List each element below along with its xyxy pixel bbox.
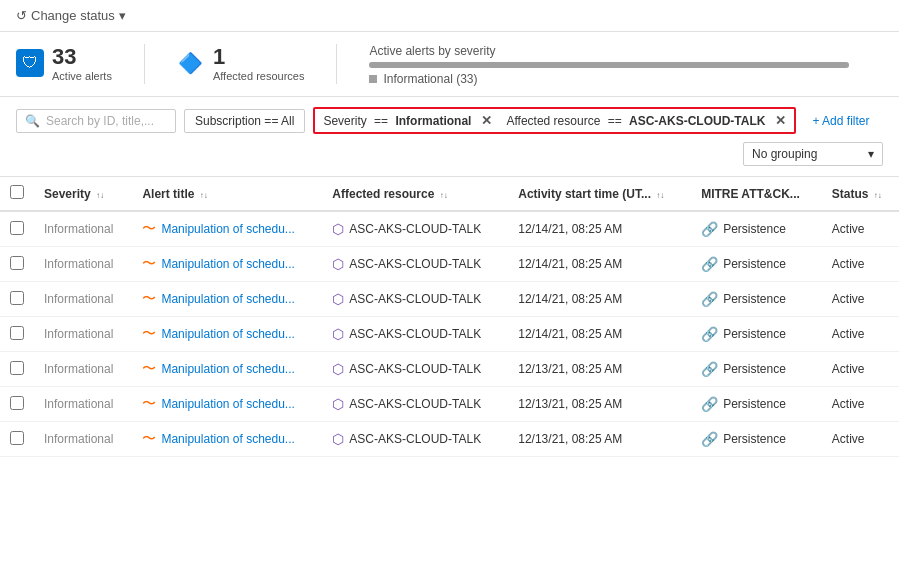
subscription-filter-label: Subscription == All [195, 114, 294, 128]
resource-cell: ⬡ ASC-AKS-CLOUD-TALK [322, 247, 508, 282]
alert-title-cell[interactable]: 〜 Manipulation of schedu... [132, 317, 322, 352]
alert-title-col-header[interactable]: Alert title ↑↓ [132, 177, 322, 211]
row-checkbox[interactable] [10, 431, 24, 445]
table-row[interactable]: Informational 〜 Manipulation of schedu..… [0, 352, 899, 387]
mitre-cell: 🔗 Persistence [691, 422, 822, 457]
chevron-down-icon: ▾ [119, 8, 126, 23]
alert-title-text: Manipulation of schedu... [161, 222, 294, 236]
severity-cell: Informational [34, 387, 132, 422]
resource-name: ASC-AKS-CLOUD-TALK [349, 257, 481, 271]
mitre-value: Persistence [723, 222, 786, 236]
row-checkbox[interactable] [10, 396, 24, 410]
resource-name: ASC-AKS-CLOUD-TALK [349, 292, 481, 306]
alert-title-text: Manipulation of schedu... [161, 327, 294, 341]
severity-cell: Informational [34, 317, 132, 352]
row-checkbox-cell[interactable] [0, 282, 34, 317]
stats-row: 🛡 33 Active alerts 🔷 1 Affected resource… [0, 32, 899, 97]
table-row[interactable]: Informational 〜 Manipulation of schedu..… [0, 317, 899, 352]
vertical-divider-2 [336, 44, 337, 84]
alert-waveform-icon: 〜 [142, 360, 156, 378]
row-checkbox-cell[interactable] [0, 247, 34, 282]
status-col-header[interactable]: Status ↑↓ [822, 177, 899, 211]
row-checkbox[interactable] [10, 291, 24, 305]
resource-hex-icon: ⬡ [332, 396, 344, 412]
alert-title-cell[interactable]: 〜 Manipulation of schedu... [132, 387, 322, 422]
row-checkbox-cell[interactable] [0, 317, 34, 352]
severity-cell: Informational [34, 422, 132, 457]
mitre-link-icon: 🔗 [701, 256, 718, 272]
row-checkbox[interactable] [10, 221, 24, 235]
subscription-filter-chip[interactable]: Subscription == All [184, 109, 305, 133]
status-sort-icon: ↑↓ [874, 192, 882, 200]
time-col-header[interactable]: Activity start time (UT... ↑↓ [508, 177, 691, 211]
table-row[interactable]: Informational 〜 Manipulation of schedu..… [0, 422, 899, 457]
chart-title: Active alerts by severity [369, 44, 883, 58]
resource-name: ASC-AKS-CLOUD-TALK [349, 432, 481, 446]
resource-hex-icon: ⬡ [332, 291, 344, 307]
chart-bar-bg [369, 62, 849, 68]
row-checkbox-cell[interactable] [0, 211, 34, 247]
alert-title-sort-icon: ↑↓ [200, 192, 208, 200]
row-checkbox-cell[interactable] [0, 387, 34, 422]
chart-bar-container: Informational (33) [369, 62, 849, 86]
select-all-checkbox[interactable] [10, 185, 24, 199]
resource-hex-icon: ⬡ [332, 326, 344, 342]
affected-resources-label: Affected resources [213, 70, 305, 82]
resource-name: ASC-AKS-CLOUD-TALK [349, 362, 481, 376]
add-filter-button[interactable]: + Add filter [804, 110, 877, 132]
row-checkbox[interactable] [10, 256, 24, 270]
grouping-dropdown[interactable]: No grouping ▾ [743, 142, 883, 166]
severity-cell: Informational [34, 247, 132, 282]
alert-title-cell[interactable]: 〜 Manipulation of schedu... [132, 422, 322, 457]
severity-filter-chip[interactable]: Severity == Informational ✕ [319, 111, 496, 130]
mitre-link-icon: 🔗 [701, 326, 718, 342]
severity-filter-op: == [371, 114, 392, 128]
active-filters-group: Severity == Informational ✕ Affected res… [313, 107, 796, 134]
severity-col-header[interactable]: Severity ↑↓ [34, 177, 132, 211]
row-checkbox-cell[interactable] [0, 422, 34, 457]
alert-title-cell[interactable]: 〜 Manipulation of schedu... [132, 211, 322, 247]
time-sort-icon: ↑↓ [656, 192, 664, 200]
table-row[interactable]: Informational 〜 Manipulation of schedu..… [0, 387, 899, 422]
table-row[interactable]: Informational 〜 Manipulation of schedu..… [0, 247, 899, 282]
active-alerts-stat: 🛡 33 Active alerts [16, 44, 112, 82]
resource-filter-close[interactable]: ✕ [775, 113, 786, 128]
status-cell: Active [822, 247, 899, 282]
row-checkbox[interactable] [10, 361, 24, 375]
alert-waveform-icon: 〜 [142, 220, 156, 238]
filter-row: 🔍 Search by ID, title,... Subscription =… [0, 97, 899, 177]
status-cell: Active [822, 387, 899, 422]
affected-resource-col-header[interactable]: Affected resource ↑↓ [322, 177, 508, 211]
mitre-col-header[interactable]: MITRE ATT&CK... [691, 177, 822, 211]
time-cell: 12/13/21, 08:25 AM [508, 387, 691, 422]
resource-sort-icon: ↑↓ [440, 192, 448, 200]
resource-name: ASC-AKS-CLOUD-TALK [349, 222, 481, 236]
table-row[interactable]: Informational 〜 Manipulation of schedu..… [0, 211, 899, 247]
search-box[interactable]: 🔍 Search by ID, title,... [16, 109, 176, 133]
affected-resources-stat: 🔷 1 Affected resources [177, 44, 305, 82]
status-cell: Active [822, 422, 899, 457]
active-alerts-count: 33 [52, 44, 112, 70]
alert-title-cell[interactable]: 〜 Manipulation of schedu... [132, 282, 322, 317]
status-cell: Active [822, 282, 899, 317]
alert-waveform-icon: 〜 [142, 430, 156, 448]
resource-cell: ⬡ ASC-AKS-CLOUD-TALK [322, 211, 508, 247]
status-cell: Active [822, 211, 899, 247]
row-checkbox-cell[interactable] [0, 352, 34, 387]
resource-cell: ⬡ ASC-AKS-CLOUD-TALK [322, 317, 508, 352]
shield-icon: 🛡 [16, 49, 44, 77]
alert-title-cell[interactable]: 〜 Manipulation of schedu... [132, 352, 322, 387]
row-checkbox[interactable] [10, 326, 24, 340]
alert-title-cell[interactable]: 〜 Manipulation of schedu... [132, 247, 322, 282]
select-all-header[interactable] [0, 177, 34, 211]
status-cell: Active [822, 317, 899, 352]
search-placeholder: Search by ID, title,... [46, 114, 154, 128]
alert-title-text: Manipulation of schedu... [161, 432, 294, 446]
severity-filter-close[interactable]: ✕ [481, 113, 492, 128]
table-header-row: Severity ↑↓ Alert title ↑↓ Affected reso… [0, 177, 899, 211]
time-cell: 12/13/21, 08:25 AM [508, 352, 691, 387]
change-status-button[interactable]: ↺ Change status ▾ [16, 8, 126, 23]
resource-filter-chip[interactable]: Affected resource == ASC-AKS-CLOUD-TALK … [502, 111, 790, 130]
alerts-table: Severity ↑↓ Alert title ↑↓ Affected reso… [0, 177, 899, 457]
table-row[interactable]: Informational 〜 Manipulation of schedu..… [0, 282, 899, 317]
